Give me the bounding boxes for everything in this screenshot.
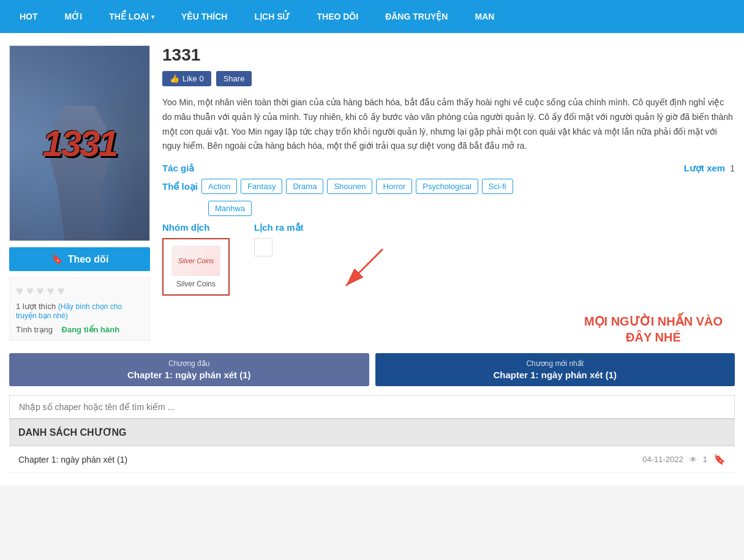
status-row: Tình trạng Đang tiến hành — [16, 325, 143, 334]
rating-count: 1 lượt thích (Hãy bình chọn cho truyện b… — [16, 302, 143, 320]
bookmark-icon: 🔖 — [51, 253, 63, 265]
nav-hot[interactable]: HOT — [6, 0, 51, 33]
heart-2[interactable]: ♥ — [26, 284, 34, 298]
follow-button[interactable]: 🔖 Theo dõi — [9, 247, 150, 271]
chapter-search-input[interactable] — [9, 395, 735, 419]
red-arrow-svg — [334, 243, 395, 292]
stats-row: Tác giả Lượt xem 1 — [162, 163, 735, 174]
cover-title: 1331 — [42, 122, 116, 165]
heart-5[interactable]: ♥ — [58, 284, 65, 298]
genre-horror[interactable]: Horror — [376, 179, 412, 194]
lich-box — [254, 238, 272, 256]
genre-shounen[interactable]: Shounen — [327, 179, 372, 194]
table-row: Chapter 1: ngày phán xét (1) 04-11-2022 … — [9, 446, 735, 473]
arrow-wrapper — [334, 243, 395, 294]
rating-section: ♥ ♥ ♥ ♥ ♥ 1 lượt thích (Hãy bình chọn ch… — [9, 277, 150, 341]
annotation-text: MỌI NGƯỜI NHẤN VÀOĐÂY NHÉ — [584, 313, 723, 345]
chapter-title[interactable]: Chapter 1: ngày phán xét (1) — [18, 455, 127, 465]
chapter-first-sublabel: Chương đầu — [18, 359, 360, 368]
fb-share-button[interactable]: Share — [216, 71, 252, 86]
genre-fantasy[interactable]: Fantasy — [241, 179, 282, 194]
translator-name: Silver Coins — [170, 280, 222, 288]
svg-line-0 — [346, 249, 383, 286]
manga-left-panel: 1331 🔖 Theo dõi ♥ ♥ ♥ ♥ ♥ 1 lượt thích (… — [9, 45, 150, 341]
nav-theo-doi[interactable]: THEO DÕI — [303, 0, 372, 33]
nav-the-loai[interactable]: THỂ LOẠI ▾ — [96, 0, 168, 33]
nav-man[interactable]: MAN — [461, 0, 508, 33]
chapter-latest-sublabel: Chương mới nhất — [385, 359, 726, 368]
thumbs-up-icon: 👍 — [170, 74, 179, 83]
nav-dang-truyen[interactable]: ĐĂNG TRUYỆN — [372, 0, 461, 33]
chapter-latest-button[interactable]: Chương mới nhất Chapter 1: ngày phán xét… — [375, 353, 735, 386]
navbar: HOT MỚI THỂ LOẠI ▾ YÊU THÍCH LỊCH SỬ THE… — [0, 0, 744, 33]
heart-3[interactable]: ♥ — [37, 284, 44, 298]
lich-ra-mat-section: Lịch ra mắt — [254, 222, 304, 256]
manga-title: 1331 — [162, 45, 735, 65]
rating-hearts[interactable]: ♥ ♥ ♥ ♥ ♥ — [16, 284, 143, 298]
heart-4[interactable]: ♥ — [47, 284, 54, 298]
chapter-views: 1 — [703, 455, 707, 464]
genre-drama[interactable]: Drama — [286, 179, 323, 194]
chapter-latest-label: Chapter 1: ngày phán xét (1) — [385, 370, 726, 380]
nav-moi[interactable]: MỚI — [51, 0, 96, 33]
luot-xem-count: 1 — [730, 163, 735, 173]
heart-1[interactable]: ♥ — [16, 284, 23, 298]
manga-top-section: 1331 🔖 Theo dõi ♥ ♥ ♥ ♥ ♥ 1 lượt thích (… — [9, 45, 735, 341]
manga-description: Yoo Min, một nhân viên toàn thời gian củ… — [162, 95, 735, 154]
fb-like-button[interactable]: 👍 Like 0 — [162, 71, 211, 86]
chapter-first-label: Chapter 1: ngày phán xét (1) — [18, 370, 360, 380]
translator-card[interactable]: Silver Coins Silver Coins — [162, 238, 230, 296]
chapter-buttons: Chương đầu Chapter 1: ngày phán xét (1) … — [9, 353, 735, 386]
status-value: Đang tiến hành — [62, 325, 120, 334]
chapter-bookmark-icon[interactable]: 🔖 — [713, 454, 726, 465]
genre-row: Thể loại Action Fantasy Drama Shounen Ho… — [162, 179, 735, 194]
nhom-dich-section: Nhóm dịch Silver Coins Silver Coins — [162, 222, 230, 296]
genre-action[interactable]: Action — [201, 179, 237, 194]
genre-psychological[interactable]: Psychological — [416, 179, 478, 194]
dropdown-arrow-icon: ▾ — [151, 13, 154, 20]
nhom-lich-row: Nhóm dịch Silver Coins Silver Coins Lịch… — [162, 222, 735, 296]
genre-sci-fi[interactable]: Sci-fi — [482, 179, 513, 194]
genre-manhwa[interactable]: Manhwa — [208, 201, 252, 216]
chapter-meta: 04-11-2022 👁 1 🔖 — [642, 454, 726, 465]
translator-logo: Silver Coins — [171, 245, 220, 276]
chapter-first-button[interactable]: Chương đầu Chapter 1: ngày phán xét (1) — [9, 353, 369, 386]
nav-lich-su[interactable]: LỊCH SỬ — [241, 0, 303, 33]
social-buttons: 👍 Like 0 Share — [162, 71, 735, 86]
chapter-list-header: DANH SÁCH CHƯƠNG — [9, 419, 735, 446]
nav-yeu-thich[interactable]: YÊU THÍCH — [168, 0, 241, 33]
manga-cover: 1331 — [9, 45, 150, 241]
main-content: 1331 🔖 Theo dõi ♥ ♥ ♥ ♥ ♥ 1 lượt thích (… — [0, 33, 744, 485]
chapter-date: 04-11-2022 — [642, 455, 683, 464]
manga-right-panel: 1331 👍 Like 0 Share Yoo Min, một nhân vi… — [162, 45, 735, 341]
views-icon: 👁 — [690, 455, 697, 464]
